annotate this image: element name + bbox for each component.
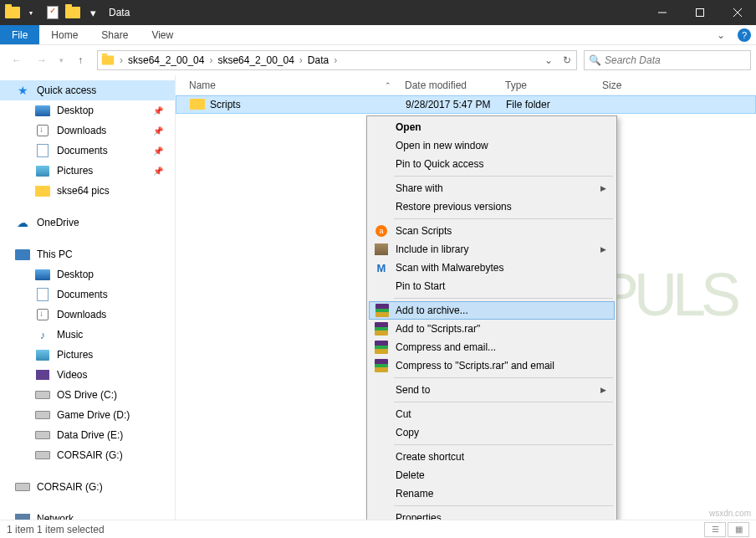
sidebar-item-videos[interactable]: Videos [0, 365, 175, 385]
sidebar-item-desktop[interactable]: Desktop📌 [0, 100, 175, 120]
close-button[interactable] [718, 0, 756, 25]
sidebar-item-label: Documents [57, 289, 108, 300]
sidebar-this-pc[interactable]: This PC [0, 244, 175, 264]
qat-overflow-icon[interactable]: ▾ [84, 3, 102, 22]
chevron-right-icon[interactable]: › [207, 54, 214, 66]
sidebar-item-desktop[interactable]: Desktop [0, 264, 175, 284]
svg-rect-1 [696, 9, 703, 17]
sidebar: ★ Quick access Desktop📌 Downloads📌 Docum… [0, 75, 176, 520]
sidebar-item-drive-d[interactable]: Game Drive (D:) [0, 405, 175, 425]
sidebar-item-label: CORSAIR (G:) [57, 449, 123, 461]
ribbon-expand-icon[interactable]: ⌄ [709, 25, 733, 44]
chevron-right-icon: ▶ [600, 184, 606, 192]
file-date: 9/28/2017 5:47 PM [406, 99, 506, 110]
sidebar-item-downloads[interactable]: Downloads📌 [0, 120, 175, 141]
document-icon [35, 288, 50, 301]
up-button[interactable]: ↑ [69, 49, 92, 71]
sidebar-item-pictures[interactable]: Pictures [0, 345, 175, 365]
view-tab[interactable]: View [140, 25, 185, 44]
sidebar-item-documents[interactable]: Documents📌 [0, 141, 175, 161]
back-button[interactable]: ← [5, 49, 28, 71]
ctx-open[interactable]: Open [369, 118, 615, 136]
desktop-icon [35, 268, 50, 281]
sidebar-item-pictures[interactable]: Pictures📌 [0, 161, 175, 181]
column-date[interactable]: Date modified [405, 79, 505, 91]
ctx-rename[interactable]: Rename [369, 484, 615, 503]
file-tab[interactable]: File [0, 25, 39, 44]
pin-icon: 📌 [153, 106, 163, 115]
drive-icon [15, 480, 30, 494]
help-button[interactable]: ? [733, 25, 756, 44]
address-history-dropdown[interactable]: ⌄ [539, 51, 558, 69]
file-row[interactable]: Scripts 9/28/2017 5:47 PM File folder [176, 95, 756, 114]
ctx-add-to-archive[interactable]: Add to archive... [369, 301, 615, 320]
ribbon-tabs: File Home Share View ⌄ ? [0, 25, 756, 45]
sidebar-item-drive-e[interactable]: Data Drive (E:) [0, 425, 175, 445]
ctx-share-with[interactable]: Share with▶ [369, 179, 615, 197]
forward-button[interactable]: → [30, 49, 54, 71]
open-folder-icon[interactable] [64, 3, 82, 22]
sidebar-item-documents[interactable]: Documents [0, 284, 175, 305]
search-box[interactable]: 🔍 [584, 50, 751, 70]
ctx-send-to[interactable]: Send to▶ [369, 381, 615, 399]
sidebar-item-folder[interactable]: skse64 pics [0, 181, 175, 201]
sidebar-item-label: Documents [57, 145, 108, 156]
sidebar-item-label: Desktop [57, 105, 94, 116]
ctx-delete[interactable]: Delete [369, 466, 615, 484]
recent-dropdown[interactable]: ▾ [55, 49, 67, 71]
ctx-pin-start[interactable]: Pin to Start [369, 277, 615, 295]
breadcrumb-1[interactable]: skse64_2_00_04 [125, 51, 207, 69]
file-type: File folder [506, 99, 603, 110]
minimize-button[interactable] [643, 0, 681, 25]
share-tab[interactable]: Share [89, 25, 140, 44]
ctx-scan-avast[interactable]: aScan Scripts [369, 222, 615, 240]
chevron-right-icon[interactable]: › [118, 54, 125, 66]
sidebar-item-drive-c[interactable]: OS Drive (C:) [0, 385, 175, 405]
chevron-right-icon[interactable]: › [298, 54, 304, 66]
separator [394, 505, 613, 506]
properties-icon[interactable] [43, 3, 62, 22]
ctx-copy[interactable]: Copy [369, 423, 615, 442]
separator [394, 402, 613, 402]
network-icon [15, 512, 30, 520]
breadcrumb-3[interactable]: Data [304, 51, 332, 69]
sidebar-quick-access[interactable]: ★ Quick access [0, 80, 175, 100]
sidebar-item-drive-g[interactable]: CORSAIR (G:) [0, 445, 175, 465]
title-dropdown-icon[interactable]: ▾ [23, 3, 42, 22]
drive-icon [35, 428, 50, 442]
view-details-button[interactable]: ☰ [704, 522, 726, 537]
app-folder-icon [3, 3, 22, 22]
ctx-compress-email[interactable]: Compress and email... [369, 338, 615, 356]
sidebar-item-music[interactable]: ♪Music [0, 325, 175, 345]
sidebar-network[interactable]: Network [0, 509, 175, 520]
view-icons-button[interactable]: ▦ [728, 522, 749, 537]
malwarebytes-icon: M [374, 260, 389, 275]
address-bar[interactable]: › skse64_2_00_04 › skse64_2_00_04 › Data… [97, 50, 577, 70]
star-icon: ★ [15, 84, 30, 97]
refresh-button[interactable]: ↻ [558, 51, 576, 69]
maximize-button[interactable] [681, 0, 718, 25]
ctx-add-to-rar[interactable]: Add to "Scripts.rar" [369, 320, 615, 338]
sidebar-onedrive[interactable]: ☁OneDrive [0, 213, 175, 233]
ctx-restore-versions[interactable]: Restore previous versions [369, 197, 615, 216]
ctx-scan-malwarebytes[interactable]: MScan with Malwarebytes [369, 259, 615, 277]
sidebar-item-downloads[interactable]: Downloads [0, 305, 175, 325]
chevron-right-icon[interactable]: › [332, 54, 339, 66]
column-type[interactable]: Type [505, 79, 602, 91]
ctx-pin-quick-access[interactable]: Pin to Quick access [369, 155, 615, 173]
ctx-compress-rar-email[interactable]: Compress to "Scripts.rar" and email [369, 356, 615, 375]
ctx-cut[interactable]: Cut [369, 405, 615, 423]
home-tab[interactable]: Home [39, 25, 89, 44]
chevron-right-icon: ▶ [600, 245, 606, 254]
column-size[interactable]: Size [602, 79, 669, 91]
watermark-text: wsxdn.com [709, 509, 751, 518]
download-icon [35, 308, 50, 321]
ctx-include-library[interactable]: Include in library▶ [369, 240, 615, 259]
ctx-create-shortcut[interactable]: Create shortcut [369, 448, 615, 466]
onedrive-icon: ☁ [15, 216, 30, 229]
sidebar-corsair[interactable]: CORSAIR (G:) [0, 477, 175, 497]
breadcrumb-2[interactable]: skse64_2_00_04 [214, 51, 297, 69]
sidebar-item-label: Downloads [57, 309, 106, 320]
search-input[interactable] [605, 54, 750, 66]
ctx-open-new-window[interactable]: Open in new window [369, 136, 615, 155]
